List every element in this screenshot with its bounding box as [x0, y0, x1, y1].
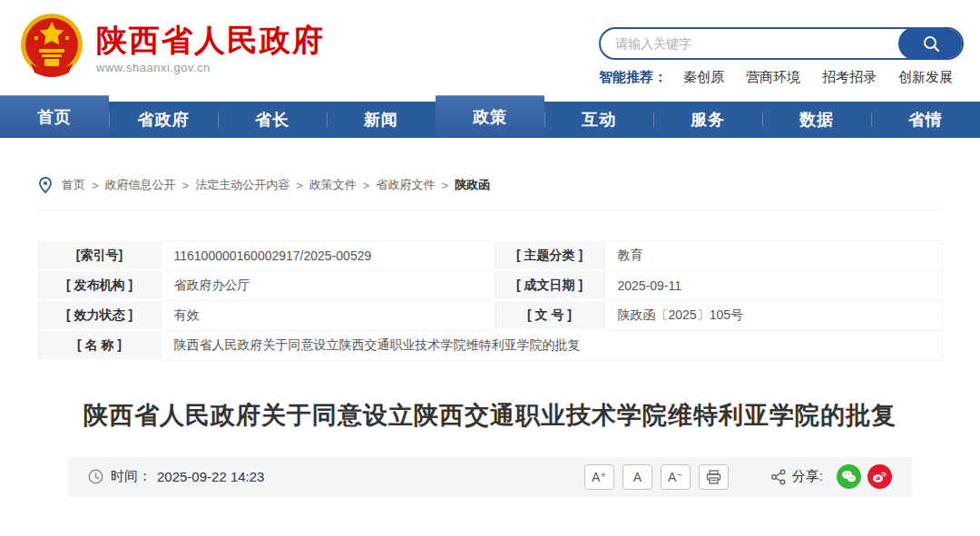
nav-item-data[interactable]: 数据 — [762, 102, 871, 138]
meta-label-title: [ 名 称 ] — [38, 330, 161, 360]
site-header: 陕西省人民政府 www.shaanxi.gov.cn 智能推荐： 秦创原 营商环… — [0, 0, 980, 91]
meta-label-doc-number: [ 文 号 ] — [495, 300, 604, 330]
recommend-link-qinchuangyuan[interactable]: 秦创原 — [683, 69, 724, 86]
print-button[interactable] — [699, 464, 729, 490]
nav-item-services[interactable]: 服务 — [653, 102, 762, 138]
site-title: 陕西省人民政府 — [96, 24, 325, 57]
breadcrumb: 首页 > 政府信息公开 > 法定主动公开内容 > 政策文件 > 省政府文件 > … — [38, 177, 942, 210]
national-emblem-icon — [18, 11, 85, 80]
article-toolbar: 时间： 2025-09-22 14:23 A⁺ A A⁻ 分享: — [68, 457, 912, 497]
table-row: [索引号] 116100000160002917/2025-00529 [ 主题… — [38, 240, 942, 270]
table-row: [ 效力状态 ] 有效 [ 文 号 ] 陕政函〔2025〕105号 — [38, 300, 942, 330]
font-decrease-button[interactable]: A⁻ — [661, 464, 691, 490]
search-button[interactable] — [898, 27, 964, 60]
time-value: 2025-09-22 14:23 — [157, 469, 264, 484]
main-nav: 首页 省政府 省长 新闻 政策 互动 服务 数据 省情 — [0, 95, 980, 138]
weibo-share-icon[interactable] — [867, 464, 892, 489]
nav-item-policy[interactable]: 政策 — [436, 95, 544, 138]
nav-item-province-profile[interactable]: 省情 — [871, 102, 980, 138]
recommend-link-innovation[interactable]: 创新发展 — [898, 69, 953, 86]
nav-item-news[interactable]: 新闻 — [327, 102, 436, 138]
search-input[interactable] — [601, 36, 898, 51]
share-group: 分享: — [770, 464, 892, 489]
meta-label-issuing-agency: [ 发布机构 ] — [38, 270, 161, 300]
time-label: 时间： — [111, 468, 152, 485]
clock-icon — [88, 469, 103, 484]
site-logo[interactable]: 陕西省人民政府 www.shaanxi.gov.cn — [18, 11, 325, 80]
brand-text: 陕西省人民政府 www.shaanxi.gov.cn — [96, 11, 325, 74]
page-title: 陕西省人民政府关于同意设立陕西交通职业技术学院维特利亚学院的批复 — [82, 395, 898, 437]
breadcrumb-item-home[interactable]: 首页 — [62, 177, 85, 193]
nav-item-home[interactable]: 首页 — [0, 95, 109, 138]
meta-label-issue-date: [ 成文日期 ] — [495, 270, 604, 300]
site-url: www.shaanxi.gov.cn — [96, 61, 325, 74]
recommend-link-recruitment[interactable]: 招考招录 — [822, 69, 877, 86]
nav-item-interaction[interactable]: 互动 — [544, 102, 653, 138]
breadcrumb-separator: > — [92, 179, 99, 192]
font-increase-button[interactable]: A⁺ — [584, 464, 614, 490]
breadcrumb-separator: > — [363, 179, 370, 192]
meta-value-topic-category: 教育 — [604, 240, 942, 270]
breadcrumb-item-policy-documents[interactable]: 政策文件 — [309, 177, 357, 193]
location-pin-icon — [38, 177, 53, 193]
meta-label-validity-status: [ 效力状态 ] — [38, 300, 161, 330]
breadcrumb-separator: > — [182, 179, 190, 192]
search-icon — [922, 34, 940, 53]
breadcrumb-separator: > — [441, 179, 448, 192]
meta-value-doc-number: 陕政函〔2025〕105号 — [604, 300, 942, 330]
share-label: 分享: — [792, 468, 823, 485]
search-box — [599, 27, 964, 60]
breadcrumb-item-provincial-docs[interactable]: 省政府文件 — [376, 177, 435, 193]
search-area — [599, 27, 964, 60]
printer-icon — [706, 470, 721, 484]
breadcrumb-item-gov-info[interactable]: 政府信息公开 — [105, 177, 176, 193]
meta-value-index-number: 116100000160002917/2025-00529 — [161, 240, 495, 270]
nav-item-governor[interactable]: 省长 — [218, 102, 327, 138]
doc-meta-table: [索引号] 116100000160002917/2025-00529 [ 主题… — [38, 239, 943, 361]
wechat-share-icon[interactable] — [837, 464, 861, 489]
breadcrumb-item-statutory-disclosure[interactable]: 法定主动公开内容 — [195, 177, 289, 193]
table-row: [ 名 称 ] 陕西省人民政府关于同意设立陕西交通职业技术学院维特利亚学院的批复 — [38, 330, 942, 360]
meta-label-index-number: [索引号] — [38, 240, 161, 270]
nav-item-provincial-government[interactable]: 省政府 — [109, 102, 218, 138]
meta-value-validity-status: 有效 — [161, 300, 495, 330]
meta-value-issue-date: 2025-09-11 — [604, 270, 942, 300]
breadcrumb-item-current: 陕政函 — [455, 177, 490, 193]
breadcrumb-separator: > — [296, 179, 303, 192]
meta-label-topic-category: [ 主题分类 ] — [495, 240, 604, 270]
recommend-link-business-env[interactable]: 营商环境 — [746, 69, 800, 86]
meta-value-title: 陕西省人民政府关于同意设立陕西交通职业技术学院维特利亚学院的批复 — [161, 330, 942, 360]
share-icon — [770, 469, 787, 485]
smart-recommend: 智能推荐： 秦创原 营商环境 招考招录 创新发展 — [599, 69, 964, 86]
font-normal-button[interactable]: A — [622, 464, 652, 490]
recommend-label: 智能推荐： — [599, 69, 667, 86]
publish-time: 时间： 2025-09-22 14:23 — [88, 468, 264, 485]
table-row: [ 发布机构 ] 省政府办公厅 [ 成文日期 ] 2025-09-11 — [38, 270, 942, 300]
meta-value-issuing-agency: 省政府办公厅 — [161, 270, 495, 300]
